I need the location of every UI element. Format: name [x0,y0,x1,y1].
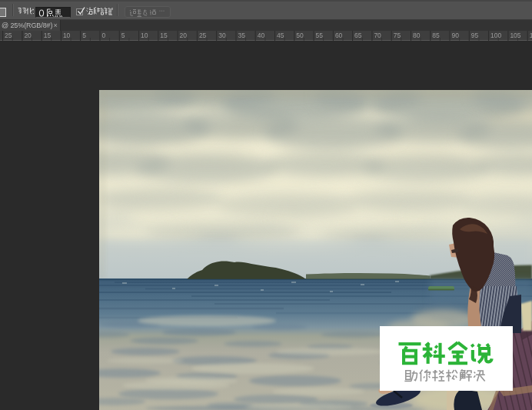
svg-text:0: 0 [102,32,106,39]
svg-text:10: 10 [141,32,148,39]
svg-text:55: 55 [316,32,324,39]
svg-text:85: 85 [432,32,440,39]
svg-text:65: 65 [354,32,362,39]
svg-text:15: 15 [160,32,168,39]
svg-text:25: 25 [5,32,12,39]
svg-text:10: 10 [63,32,71,39]
svg-text:95: 95 [471,32,479,39]
svg-text:35: 35 [238,32,246,39]
svg-text:70: 70 [374,32,381,39]
svg-text:15: 15 [44,32,52,39]
svg-text:90: 90 [452,32,460,39]
svg-text:20: 20 [24,32,32,39]
svg-text:20: 20 [180,32,188,39]
svg-text:100: 100 [490,32,501,39]
svg-text:105: 105 [510,32,520,39]
svg-text:40: 40 [258,32,265,39]
svg-text:80: 80 [413,32,421,39]
svg-text:25: 25 [199,32,207,39]
svg-text:50: 50 [296,32,304,39]
svg-text:30: 30 [218,32,226,39]
svg-text:5: 5 [82,32,86,39]
svg-text:75: 75 [394,32,401,39]
svg-text:45: 45 [277,32,284,39]
svg-text:60: 60 [335,32,343,39]
svg-text:5: 5 [121,32,125,39]
